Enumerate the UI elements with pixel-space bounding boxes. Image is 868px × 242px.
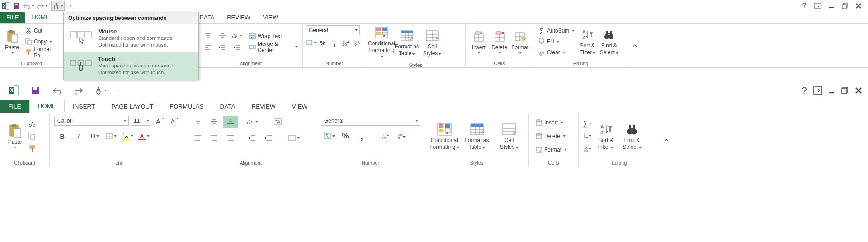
- minimize-button[interactable]: [826, 1, 836, 11]
- percent-button[interactable]: %: [317, 37, 328, 48]
- menu-item-mouse[interactable]: Mouse Standard ribbon and commands. Opti…: [64, 24, 198, 52]
- help-button[interactable]: ?: [799, 1, 809, 11]
- wrap-text-button[interactable]: [270, 116, 285, 128]
- cut-button[interactable]: [28, 119, 36, 128]
- touch-mode-button[interactable]: [51, 1, 65, 11]
- save-button[interactable]: [26, 83, 44, 98]
- increase-decimal-button[interactable]: .0.00: [341, 37, 352, 48]
- save-button[interactable]: [11, 1, 22, 11]
- align-left-button[interactable]: [202, 42, 214, 53]
- restore-button[interactable]: [840, 85, 850, 95]
- autosum-button[interactable]: ∑AutoSum: [536, 26, 576, 36]
- conditional-formatting-button[interactable]: ≠ Conditional Formatting: [369, 25, 394, 60]
- insert-cells-button[interactable]: +Insert: [533, 118, 569, 128]
- autosum-button[interactable]: ∑: [583, 119, 591, 128]
- comma-button[interactable]: ,: [354, 130, 369, 142]
- close-button[interactable]: [854, 85, 863, 95]
- accounting-format-button[interactable]: $: [306, 37, 316, 48]
- undo-button[interactable]: [22, 1, 35, 11]
- align-bottom-button[interactable]: [223, 116, 238, 128]
- delete-cells-button[interactable]: × Delete: [489, 29, 510, 53]
- tab-data[interactable]: DATA: [212, 100, 244, 113]
- fill-button[interactable]: [583, 132, 591, 140]
- bold-button[interactable]: B: [55, 130, 70, 142]
- help-button[interactable]: ?: [799, 85, 809, 95]
- sort-filter-button[interactable]: AZ Sort & Filter: [594, 122, 618, 150]
- fill-button[interactable]: Fill: [536, 37, 576, 47]
- format-painter-button[interactable]: [28, 145, 36, 153]
- comma-button[interactable]: ,: [329, 37, 340, 48]
- tab-file[interactable]: FILE: [0, 100, 29, 113]
- wrap-text-button[interactable]: Wrap Text: [247, 31, 300, 41]
- italic-button[interactable]: I: [71, 130, 86, 142]
- clear-button[interactable]: [583, 145, 591, 153]
- tab-formulas[interactable]: FORMULAS: [162, 100, 212, 113]
- ribbon-display-options-button[interactable]: [813, 1, 823, 11]
- align-top-button[interactable]: [191, 116, 205, 128]
- number-format-dropdown[interactable]: General: [321, 116, 420, 126]
- percent-button[interactable]: %: [338, 130, 353, 142]
- number-format-dropdown[interactable]: General: [306, 25, 360, 35]
- accounting-format-button[interactable]: $: [322, 130, 336, 142]
- cell-styles-button[interactable]: Cell Styles: [494, 122, 524, 150]
- align-top-button[interactable]: [202, 30, 214, 41]
- orientation-button[interactable]: ab: [231, 30, 243, 41]
- find-select-button[interactable]: Find & Select: [598, 28, 620, 56]
- close-button[interactable]: [854, 1, 863, 11]
- underline-button[interactable]: U: [88, 130, 102, 142]
- align-right-button[interactable]: [223, 132, 238, 144]
- redo-button[interactable]: [70, 83, 88, 98]
- tab-review[interactable]: REVIEW: [244, 100, 284, 113]
- align-center-button[interactable]: [207, 132, 222, 144]
- font-name-dropdown[interactable]: Calibri: [54, 116, 129, 126]
- decrease-font-button[interactable]: A: [168, 116, 180, 127]
- clear-button[interactable]: Clear: [536, 47, 576, 57]
- sort-filter-button[interactable]: AZ Sort & Filter: [576, 28, 598, 56]
- align-middle-button[interactable]: [216, 30, 229, 41]
- decrease-indent-button[interactable]: [245, 132, 259, 144]
- increase-indent-button[interactable]: [261, 132, 276, 144]
- tab-view[interactable]: VIEW: [284, 100, 316, 113]
- font-color-button[interactable]: A: [137, 130, 151, 142]
- copy-button[interactable]: Copy: [23, 37, 60, 47]
- tab-file[interactable]: FILE: [0, 12, 25, 23]
- undo-button[interactable]: [48, 83, 66, 98]
- format-painter-button[interactable]: Format Pa: [23, 47, 60, 57]
- tab-insert[interactable]: INSERT: [65, 100, 103, 113]
- copy-button[interactable]: [28, 132, 36, 140]
- tab-home[interactable]: HOME: [25, 11, 56, 23]
- insert-cells-button[interactable]: + Insert: [468, 29, 489, 53]
- format-cells-button[interactable]: Format: [533, 145, 569, 155]
- collapse-ribbon-button[interactable]: [660, 113, 673, 167]
- borders-button[interactable]: [104, 130, 118, 142]
- find-select-button[interactable]: Find & Select: [620, 122, 644, 150]
- format-cells-button[interactable]: Format: [509, 29, 530, 53]
- ribbon-display-options-button[interactable]: [813, 85, 823, 95]
- cell-styles-button[interactable]: Cell Styles: [420, 28, 445, 57]
- conditional-formatting-button[interactable]: ≠ Conditional Formatting: [429, 122, 459, 150]
- decrease-decimal-button[interactable]: .00.0: [394, 130, 409, 142]
- merge-center-button[interactable]: [287, 132, 301, 144]
- increase-decimal-button[interactable]: .0.00: [378, 130, 392, 142]
- tab-page-layout[interactable]: PAGE LAYOUT: [103, 100, 161, 113]
- restore-button[interactable]: [840, 1, 850, 11]
- align-left-button[interactable]: [191, 132, 205, 144]
- tab-review[interactable]: REVIEW: [221, 12, 256, 23]
- collapse-ribbon-button[interactable]: [628, 24, 641, 67]
- orientation-button[interactable]: ab: [245, 116, 259, 128]
- tab-view[interactable]: VIEW: [257, 12, 284, 23]
- increase-font-button[interactable]: A: [153, 116, 166, 127]
- format-as-table-button[interactable]: Format as Table: [394, 28, 420, 57]
- decrease-decimal-button[interactable]: .00.0: [352, 37, 363, 48]
- touch-mode-button[interactable]: [91, 83, 109, 98]
- minimize-button[interactable]: [826, 85, 836, 95]
- tab-home[interactable]: HOME: [29, 100, 65, 113]
- qat-customize-button[interactable]: [65, 1, 75, 11]
- fill-color-button[interactable]: [120, 130, 135, 142]
- delete-cells-button[interactable]: ×Delete: [533, 131, 569, 141]
- paste-button[interactable]: Paste: [3, 29, 21, 53]
- font-size-dropdown[interactable]: 11: [131, 116, 151, 126]
- increase-indent-button[interactable]: [231, 42, 243, 53]
- cut-button[interactable]: Cut: [23, 26, 60, 36]
- paste-button[interactable]: Paste: [5, 124, 25, 148]
